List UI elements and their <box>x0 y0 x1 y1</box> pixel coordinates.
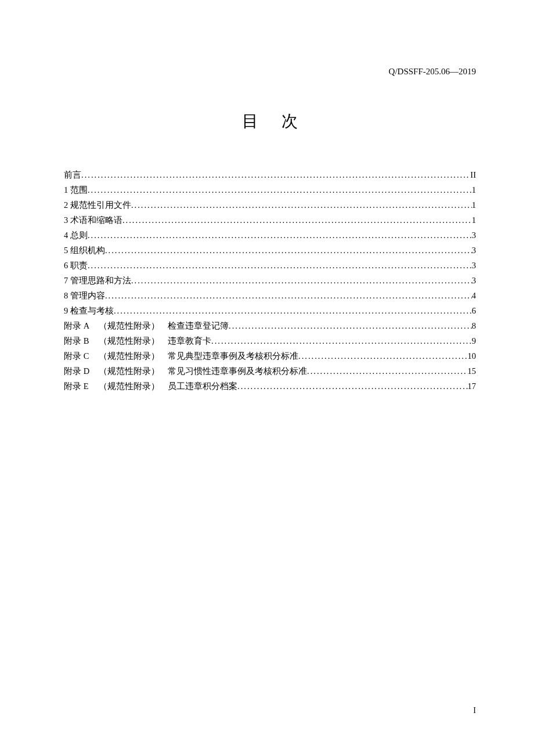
toc-entry: 1 范围 1 <box>64 182 476 197</box>
toc-title: 目次 <box>64 110 476 132</box>
toc-page: 3 <box>472 243 476 258</box>
toc-page: 9 <box>472 333 476 348</box>
toc-dots <box>131 273 472 288</box>
appendix-type: （规范性附录） <box>99 348 160 363</box>
toc-label: 1 范围 <box>64 182 88 197</box>
appendix-prefix: 附录 D <box>64 363 99 379</box>
toc-dots <box>105 288 472 303</box>
appendix-type: （规范性附录） <box>99 363 160 379</box>
appendix-prefix: 附录 A <box>64 318 99 333</box>
toc-entry: 9 检查与考核 6 <box>64 303 476 318</box>
toc-entry: 前言 II <box>64 167 476 182</box>
toc-label: 前言 <box>64 167 81 182</box>
appendix-title: 违章教育卡 <box>168 333 211 348</box>
toc-dots <box>229 318 472 333</box>
toc-page: 4 <box>472 288 476 303</box>
toc-entry: 8 管理内容 4 <box>64 288 476 303</box>
toc-entry: 5 组织机构 3 <box>64 243 476 258</box>
toc-page: 1 <box>472 182 476 197</box>
table-of-contents: 前言 II 1 范围 1 2 规范性引用文件 1 3 术语和缩略语 1 4 总则… <box>64 167 476 394</box>
appendix-entry: 附录 E （规范性附录） 员工违章积分档案 17 <box>64 379 476 394</box>
toc-dots <box>114 303 472 318</box>
toc-page: 17 <box>468 379 477 394</box>
toc-dots <box>88 182 472 197</box>
toc-label: 3 术语和缩略语 <box>64 213 122 228</box>
appendix-entry: 附录 A （规范性附录） 检查违章登记簿 8 <box>64 318 476 333</box>
toc-entry: 3 术语和缩略语 1 <box>64 213 476 228</box>
toc-page: 3 <box>472 228 476 243</box>
toc-page: 10 <box>468 348 477 363</box>
appendix-title: 检查违章登记簿 <box>168 318 229 333</box>
appendix-type: （规范性附录） <box>99 333 160 348</box>
document-page: Q/DSSFF-205.06—2019 目次 前言 II 1 范围 1 2 规范… <box>0 0 534 756</box>
toc-dots <box>81 167 470 182</box>
toc-page: 8 <box>472 318 476 333</box>
page-number: I <box>473 706 476 715</box>
toc-label: 6 职责 <box>64 258 88 273</box>
toc-label: 2 规范性引用文件 <box>64 197 131 213</box>
appendix-prefix: 附录 C <box>64 348 99 363</box>
toc-entry: 7 管理思路和方法 3 <box>64 273 476 288</box>
toc-label: 9 检查与考核 <box>64 303 114 318</box>
toc-entry: 4 总则 3 <box>64 228 476 243</box>
toc-page: 3 <box>472 273 476 288</box>
toc-label: 5 组织机构 <box>64 243 105 258</box>
appendix-prefix: 附录 B <box>64 333 99 348</box>
appendix-type: （规范性附录） <box>99 379 160 394</box>
toc-page: 15 <box>468 363 477 379</box>
appendix-type: （规范性附录） <box>99 318 160 333</box>
toc-dots <box>237 379 468 394</box>
appendix-title: 员工违章积分档案 <box>168 379 237 394</box>
appendix-entry: 附录 C （规范性附录） 常见典型违章事例及考核积分标准 10 <box>64 348 476 363</box>
document-code: Q/DSSFF-205.06—2019 <box>389 67 476 77</box>
toc-dots <box>211 333 472 348</box>
toc-dots <box>122 213 472 228</box>
toc-entry: 2 规范性引用文件 1 <box>64 197 476 213</box>
appendix-title: 常见典型违章事例及考核积分标准 <box>168 348 298 363</box>
toc-page: 1 <box>472 213 476 228</box>
toc-dots <box>88 228 472 243</box>
toc-dots <box>298 348 468 363</box>
appendix-prefix: 附录 E <box>64 379 99 394</box>
toc-entry: 6 职责 3 <box>64 258 476 273</box>
toc-dots <box>105 243 472 258</box>
appendix-entry: 附录 D （规范性附录） 常见习惯性违章事例及考核积分标准 15 <box>64 363 476 379</box>
toc-page: 3 <box>472 258 476 273</box>
toc-page: II <box>470 167 476 182</box>
toc-dots <box>131 197 472 213</box>
toc-label: 4 总则 <box>64 228 88 243</box>
appendix-title: 常见习惯性违章事例及考核积分标准 <box>168 363 307 379</box>
toc-page: 6 <box>472 303 476 318</box>
toc-label: 7 管理思路和方法 <box>64 273 131 288</box>
toc-page: 1 <box>472 197 476 213</box>
toc-dots <box>307 363 468 379</box>
appendix-entry: 附录 B （规范性附录） 违章教育卡 9 <box>64 333 476 348</box>
toc-label: 8 管理内容 <box>64 288 105 303</box>
toc-dots <box>88 258 472 273</box>
